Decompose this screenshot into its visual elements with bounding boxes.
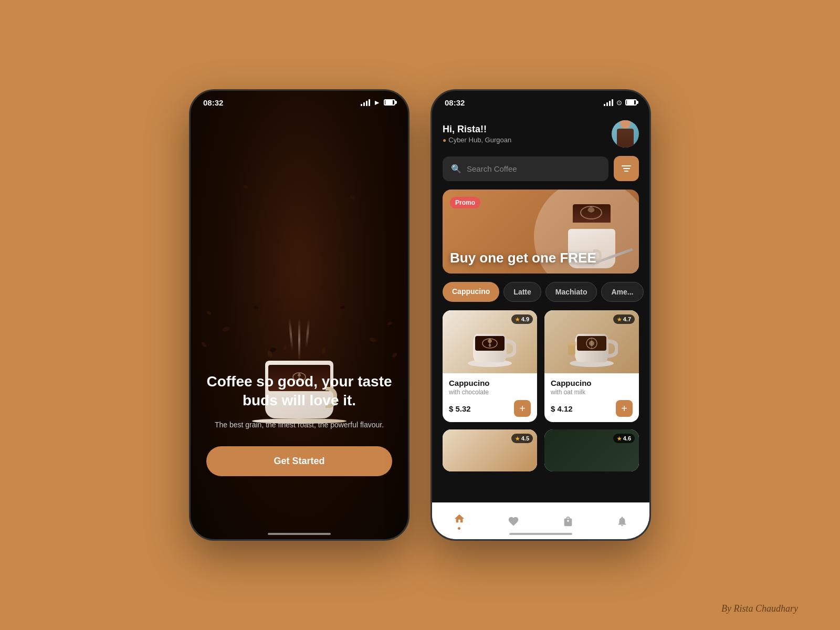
splash-title: Coffee so good, your taste buds will lov… [206, 372, 392, 411]
coffee-grid: ★ 4.9 Cappucino with chocolate $ 5.32 + [432, 310, 649, 471]
bean5 [369, 337, 377, 343]
nav-cart[interactable] [562, 515, 574, 528]
falling-bean1 [243, 185, 248, 189]
coffee-card-2-info: Cappucino with oat milk $ 4.12 + [544, 373, 639, 422]
bean9 [340, 306, 345, 309]
phone2-home-indicator [509, 533, 572, 535]
phone1-splash: 08:32 ► Coffee so good, your taste buds … [189, 89, 410, 541]
signal-icon [361, 99, 370, 106]
coffee-card-3-image: ★ 4.5 [443, 429, 537, 471]
coffee-card-4: ★ 4.6 [544, 429, 639, 471]
search-row: 🔍 Search Coffee [443, 156, 639, 181]
coffee-desc-1: with chocolate [449, 388, 531, 396]
coffee-price-1: $ 5.32 [449, 404, 471, 413]
coffee-price-2: $ 4.12 [551, 404, 573, 413]
nav-home[interactable] [453, 512, 466, 530]
svg-rect-13 [567, 342, 576, 346]
bean1 [206, 310, 212, 316]
category-latte[interactable]: Latte [503, 282, 541, 302]
nav-home-indicator [458, 527, 460, 530]
rating-badge-2: ★ 4.7 [613, 314, 635, 324]
location-row: ● Cyber Hub, Gurgoan [443, 136, 511, 144]
greeting-info: Hi, Rista!! ● Cyber Hub, Gurgoan [443, 124, 511, 144]
wifi-icon: ► [373, 98, 381, 107]
promo-banner[interactable]: Promo [443, 190, 639, 274]
phone2-status-bar: 08:32 ⊙ [432, 91, 649, 114]
status-icons: ► [361, 98, 395, 107]
greeting-row: Hi, Rista!! ● Cyber Hub, Gurgoan [443, 120, 639, 148]
coffee-name-1: Cappucino [449, 379, 531, 387]
splash-content: Coffee so good, your taste buds will lov… [191, 372, 408, 476]
phone2-main-content: Hi, Rista!! ● Cyber Hub, Gurgoan [432, 114, 649, 539]
phone2-status-icons: ⊙ [604, 99, 637, 107]
bean6 [391, 352, 398, 359]
category-cappucino[interactable]: Cappucino [443, 282, 499, 302]
falling-bean2 [295, 169, 300, 173]
rating-value-2: 4.7 [623, 316, 631, 322]
location-pin-icon: ● [443, 136, 446, 144]
coffee-card-1-image: ★ 4.9 [443, 310, 537, 373]
search-placeholder-text: Search Coffee [467, 164, 517, 173]
home-icon [453, 512, 466, 525]
watermark: By Rista Chaudhary [721, 603, 798, 614]
rating-value-3: 4.5 [521, 435, 529, 442]
phone2-battery-icon [625, 99, 637, 106]
search-icon: 🔍 [451, 164, 461, 174]
coffee-card-1: ★ 4.9 Cappucino with chocolate $ 5.32 + [443, 310, 537, 422]
rating-value-1: 4.9 [521, 316, 529, 322]
falling-bean4 [324, 175, 329, 178]
phone2-status-time: 08:32 [445, 98, 465, 107]
home-indicator [268, 533, 331, 535]
battery-icon [384, 99, 395, 106]
rating-badge-4: ★ 4.6 [613, 434, 635, 443]
phone2-signal-icon [604, 99, 613, 106]
heart-icon [507, 515, 520, 528]
category-ame[interactable]: Ame... [601, 282, 643, 302]
rating-badge-3: ★ 4.5 [511, 434, 533, 443]
promo-badge: Promo [450, 197, 480, 208]
nav-favorites[interactable] [507, 515, 520, 528]
star-icon-1: ★ [515, 317, 520, 322]
star-icon-3: ★ [515, 436, 520, 442]
coffee-desc-2: with oat milk [551, 388, 633, 396]
greeting-text: Hi, Rista!! [443, 124, 511, 135]
header-section: Hi, Rista!! ● Cyber Hub, Gurgoan [432, 114, 649, 190]
coffee-card-2: ★ 4.7 Cappucino with oat milk $ 4.12 + [544, 310, 639, 422]
nav-notifications[interactable] [616, 515, 628, 528]
bean4 [386, 321, 393, 326]
rating-value-4: 4.6 [623, 435, 631, 442]
coffee-price-row-1: $ 5.32 + [449, 400, 531, 417]
splash-subtitle: The best grain, the finest roast, the po… [206, 419, 392, 430]
add-to-cart-2[interactable]: + [616, 400, 633, 417]
promo-title: Buy one get one FREE [450, 250, 596, 266]
phone2-wifi-icon: ⊙ [616, 99, 622, 107]
coffee-card-2-image: ★ 4.7 [544, 310, 639, 373]
bean7 [254, 306, 259, 309]
filter-icon [622, 165, 631, 172]
coffee-card-4-image: ★ 4.6 [544, 429, 639, 471]
category-machiato[interactable]: Machiato [545, 282, 597, 302]
falling-bean3 [349, 194, 356, 201]
location-text: Cyber Hub, Gurgoan [448, 136, 511, 144]
coffee-price-row-2: $ 4.12 + [551, 400, 633, 417]
status-time: 08:32 [203, 98, 223, 107]
coffee-card-3: ★ 4.5 [443, 429, 537, 471]
star-icon-2: ★ [617, 317, 622, 322]
steam-wisps [290, 319, 309, 361]
avatar-figure [617, 129, 634, 148]
filter-button[interactable] [614, 156, 639, 181]
promo-text: Buy one get one FREE [450, 250, 596, 266]
user-avatar[interactable] [612, 120, 639, 148]
avatar-head [620, 120, 631, 129]
coffee-card-1-info: Cappucino with chocolate $ 5.32 + [443, 373, 537, 422]
add-to-cart-1[interactable]: + [514, 400, 531, 417]
bag-icon [562, 515, 574, 528]
bean3 [201, 341, 208, 348]
bell-icon [616, 515, 628, 528]
rating-badge-1: ★ 4.9 [511, 314, 533, 324]
get-started-button[interactable]: Get Started [206, 446, 392, 476]
coffee-name-2: Cappucino [551, 379, 633, 387]
phone1-status-bar: 08:32 ► [191, 91, 408, 114]
bean2 [222, 326, 230, 332]
search-bar[interactable]: 🔍 Search Coffee [443, 156, 608, 181]
